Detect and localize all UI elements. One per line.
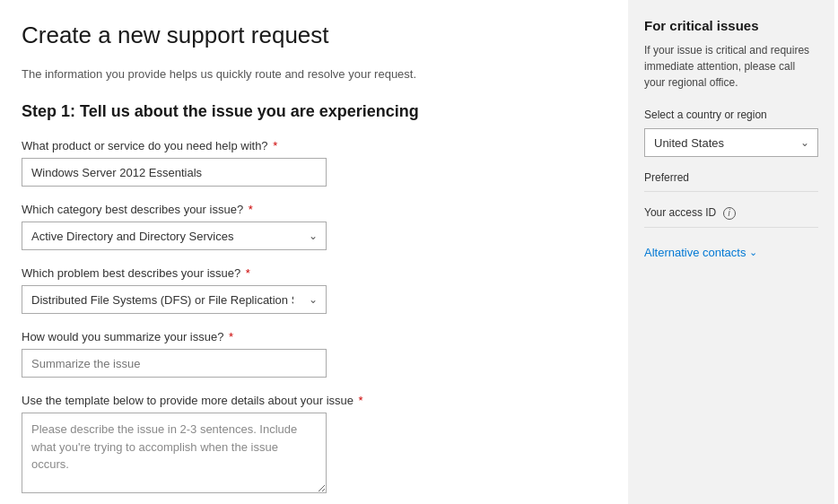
country-label: Select a country or region bbox=[644, 109, 818, 121]
details-field-group: Use the template below to provide more d… bbox=[22, 394, 599, 496]
preferred-label: Preferred bbox=[644, 171, 818, 184]
country-select-wrapper: United States United Kingdom Canada Aust… bbox=[644, 128, 818, 157]
product-input[interactable] bbox=[22, 158, 327, 187]
category-select[interactable]: Active Directory and Directory Services … bbox=[22, 222, 327, 250]
sidebar-description: If your issue is critical and requires i… bbox=[644, 42, 818, 91]
problem-field-group: Which problem best describes your issue?… bbox=[22, 266, 599, 314]
summary-field-group: How would you summarize your issue? * bbox=[22, 330, 599, 378]
step1-title: Step 1: Tell us about the issue you are … bbox=[22, 102, 599, 121]
category-label: Which category best describes your issue… bbox=[22, 203, 599, 216]
summary-label: How would you summarize your issue? * bbox=[22, 330, 599, 343]
required-star: * bbox=[270, 139, 278, 152]
product-field-group: What product or service do you need help… bbox=[22, 139, 599, 187]
sidebar-title: For critical issues bbox=[644, 18, 818, 33]
problem-select-wrapper: Distributed File Systems (DFS) or File R… bbox=[22, 285, 327, 314]
page-title: Create a new support request bbox=[22, 22, 599, 49]
alt-contacts-chevron-icon: ⌄ bbox=[749, 247, 757, 258]
required-star-4: * bbox=[225, 330, 233, 343]
country-select[interactable]: United States United Kingdom Canada Aust… bbox=[644, 128, 818, 157]
details-label: Use the template below to provide more d… bbox=[22, 394, 599, 407]
problem-select[interactable]: Distributed File Systems (DFS) or File R… bbox=[22, 285, 327, 314]
required-star-3: * bbox=[242, 266, 250, 280]
access-id-label: Your access ID i bbox=[644, 206, 818, 220]
category-select-wrapper: Active Directory and Directory Services … bbox=[22, 222, 327, 250]
details-textarea[interactable]: Please describe the issue in 2-3 sentenc… bbox=[22, 413, 327, 493]
preferred-divider bbox=[644, 191, 818, 192]
main-content: Create a new support request The informa… bbox=[0, 0, 628, 504]
access-id-info-icon[interactable]: i bbox=[723, 207, 736, 220]
alt-contacts-link[interactable]: Alternative contacts ⌄ bbox=[644, 246, 818, 259]
access-id-divider bbox=[644, 227, 818, 228]
problem-label: Which problem best describes your issue?… bbox=[22, 266, 599, 280]
sidebar: For critical issues If your issue is cri… bbox=[628, 0, 834, 504]
product-label: What product or service do you need help… bbox=[22, 139, 599, 152]
preferred-section: Preferred bbox=[644, 171, 818, 192]
category-field-group: Which category best describes your issue… bbox=[22, 203, 599, 250]
intro-text: The information you provide helps us qui… bbox=[22, 67, 599, 81]
required-star-2: * bbox=[245, 203, 253, 216]
required-star-5: * bbox=[355, 394, 363, 407]
access-id-section: Your access ID i bbox=[644, 206, 818, 228]
summary-input[interactable] bbox=[22, 349, 327, 378]
